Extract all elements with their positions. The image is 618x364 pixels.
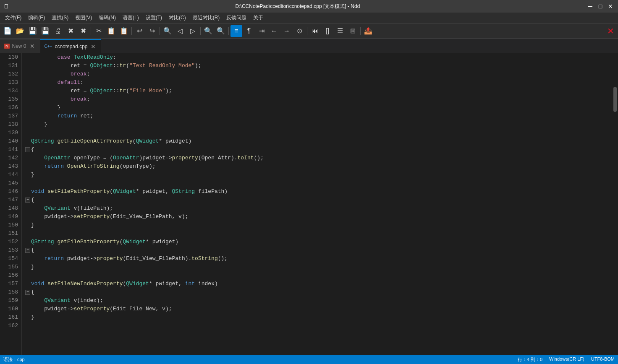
code-line-154: return pwidget->property(Edit_View_FileP… bbox=[25, 255, 612, 263]
toolbar-separator-5 bbox=[228, 27, 229, 35]
token: v(filePath); bbox=[71, 204, 113, 213]
list-button[interactable]: ☰ bbox=[334, 25, 346, 37]
token: default bbox=[57, 78, 80, 87]
code-line-138: } bbox=[25, 120, 612, 129]
menu-item-[interactable]: 反馈问题 bbox=[223, 13, 250, 22]
token: tr bbox=[120, 62, 126, 70]
code-line-135: break; bbox=[25, 95, 612, 104]
token: QString bbox=[172, 187, 195, 196]
find-button[interactable]: 🔍 bbox=[162, 25, 173, 37]
find-prev-button[interactable]: ◁ bbox=[174, 25, 186, 37]
close-all-button[interactable]: ✖ bbox=[77, 25, 89, 37]
scrollbar[interactable] bbox=[612, 53, 618, 355]
tab-ccnotepad-close[interactable]: ✕ bbox=[90, 43, 97, 50]
save-all-button[interactable]: 💾 bbox=[39, 25, 51, 37]
code-line-142: OpenAttr openType = (OpenAttr)pwidget->p… bbox=[25, 154, 612, 162]
collapse-box-147[interactable]: − bbox=[25, 198, 30, 203]
close-button[interactable]: ✕ bbox=[606, 2, 615, 10]
pilcrow-button[interactable]: ¶ bbox=[243, 25, 255, 37]
indent-136 bbox=[31, 104, 57, 112]
token: break bbox=[71, 70, 87, 78]
collapse-box-141[interactable]: − bbox=[25, 147, 30, 152]
line-num-144: 144 bbox=[8, 171, 18, 179]
token: toInt bbox=[238, 154, 254, 162]
tree-button[interactable]: ⊞ bbox=[347, 25, 359, 37]
code-line-144: } bbox=[25, 171, 612, 179]
find-next-button[interactable]: ▷ bbox=[187, 25, 199, 37]
toolbar-separator-7 bbox=[360, 27, 361, 35]
menu-item-c[interactable]: 对比(C) bbox=[165, 13, 189, 22]
token: getFilePathProperty bbox=[57, 238, 119, 246]
token bbox=[54, 238, 58, 246]
maximize-button[interactable]: □ bbox=[596, 2, 605, 10]
line-num-131: 131 bbox=[8, 62, 18, 70]
redo-button[interactable]: ↪ bbox=[146, 25, 158, 37]
token: QString bbox=[31, 137, 54, 146]
token: QObject bbox=[90, 62, 113, 70]
code-line-137: return ret; bbox=[25, 112, 612, 120]
indent-button[interactable]: ⇥ bbox=[256, 25, 267, 37]
status-bar: 语法：cpp 行：4 列：0 Windows(CR LF) UTF8-BOM bbox=[0, 355, 618, 364]
collapse-box-153[interactable]: − bbox=[25, 248, 30, 253]
menu-item-l[interactable]: 语言(L) bbox=[119, 13, 142, 22]
new-file-button[interactable]: 📄 bbox=[2, 25, 13, 37]
token: (); bbox=[254, 154, 264, 162]
indent-160 bbox=[31, 305, 44, 313]
code-line-161: } bbox=[25, 313, 612, 322]
tab-ccnotepad[interactable]: C++ ccnotepad.cpp ✕ bbox=[40, 39, 102, 53]
menu-item-n[interactable]: 编码(N) bbox=[95, 13, 119, 22]
undo-button[interactable]: ↩ bbox=[134, 25, 145, 37]
token: setFileNewIndexProperty bbox=[47, 280, 123, 288]
code-line-133: default: bbox=[25, 78, 612, 87]
token: QObject bbox=[90, 87, 113, 95]
status-language: 语法：cpp bbox=[3, 356, 25, 363]
line-num-149: 149 bbox=[8, 213, 18, 221]
code-line-145 bbox=[25, 179, 612, 187]
code-line-134: ret = QObject::tr("File Mode"); bbox=[25, 87, 612, 95]
line-num-132: 132 bbox=[8, 70, 18, 78]
center-button[interactable]: ⊙ bbox=[293, 25, 305, 37]
menu-item-f[interactable]: 文件(F) bbox=[2, 13, 25, 22]
token bbox=[64, 162, 67, 171]
menu-item-[interactable]: 关于 bbox=[250, 13, 267, 22]
export-button[interactable]: 📤 bbox=[362, 25, 374, 37]
align-button[interactable]: ≡ bbox=[230, 25, 242, 37]
token: } bbox=[31, 263, 34, 271]
nav-forward-button[interactable]: → bbox=[281, 25, 293, 37]
nav-back-button[interactable]: ← bbox=[268, 25, 280, 37]
token: * pwidget, bbox=[149, 280, 185, 288]
menu-item-e[interactable]: 编辑(E) bbox=[25, 13, 48, 22]
status-right: 行：4 列：0 Windows(CR LF) UTF8-BOM bbox=[518, 356, 615, 363]
paste-button[interactable]: 📋 bbox=[118, 25, 130, 37]
indent-135 bbox=[31, 95, 71, 104]
close-file-button[interactable]: ✖ bbox=[65, 25, 76, 37]
line-num-154: 154 bbox=[8, 255, 18, 263]
zoom-in-button[interactable]: 🔍 bbox=[202, 25, 214, 37]
line-num-159: 159 bbox=[8, 296, 18, 305]
print-button[interactable]: 🖨 bbox=[52, 25, 64, 37]
menu-item-v[interactable]: 视图(V) bbox=[72, 13, 95, 22]
save-file-button[interactable]: 💾 bbox=[27, 25, 39, 37]
bracket-button[interactable]: [] bbox=[322, 25, 333, 37]
open-file-button[interactable]: 📂 bbox=[14, 25, 26, 37]
token: "File Mode" bbox=[129, 87, 165, 95]
minimize-button[interactable]: ─ bbox=[586, 2, 594, 10]
tab-new0[interactable]: N New 0 ✕ bbox=[0, 39, 40, 53]
menu-item-r[interactable]: 最近对比(R) bbox=[189, 13, 223, 22]
token: ( bbox=[126, 87, 129, 95]
menu-item-t[interactable]: 设置(T) bbox=[142, 13, 165, 22]
first-button[interactable]: ⏮ bbox=[309, 25, 321, 37]
copy-button[interactable]: 📋 bbox=[105, 25, 117, 37]
zoom-out-button[interactable]: 🔍 bbox=[215, 25, 227, 37]
menu-item-s[interactable]: 查找(S) bbox=[48, 13, 72, 22]
scrollbar-thumb[interactable] bbox=[613, 87, 617, 112]
token: * pwidget, bbox=[136, 187, 172, 196]
token: * pwidget) bbox=[146, 238, 178, 246]
tab-new0-close[interactable]: ✕ bbox=[29, 43, 36, 49]
cut-button[interactable]: ✂ bbox=[93, 25, 105, 37]
token: { bbox=[31, 146, 34, 154]
close-red-button[interactable]: ✕ bbox=[605, 25, 616, 37]
title-bar-controls: ─ □ ✕ bbox=[586, 2, 615, 10]
collapse-box-158[interactable]: − bbox=[25, 290, 30, 295]
code-content[interactable]: case TextReadOnly: ret = QObject::tr("Te… bbox=[22, 53, 612, 355]
